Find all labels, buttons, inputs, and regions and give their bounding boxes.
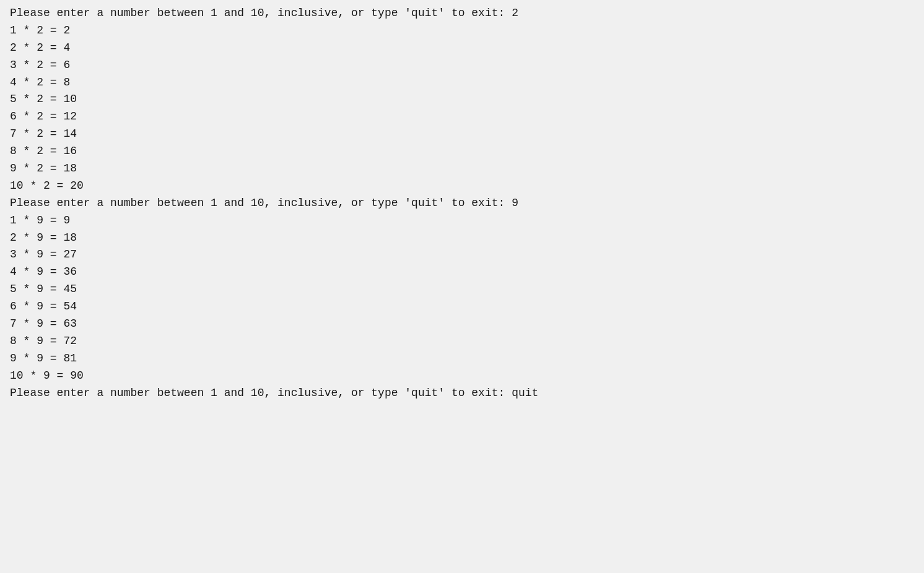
terminal-line: 2 * 2 = 4 (10, 40, 914, 57)
terminal-line: 9 * 2 = 18 (10, 160, 914, 178)
terminal-line: 5 * 2 = 10 (10, 91, 914, 108)
terminal-line: Please enter a number between 1 and 10, … (10, 5, 914, 22)
terminal-line: 6 * 9 = 54 (10, 298, 914, 316)
terminal-line: 4 * 9 = 36 (10, 264, 914, 281)
terminal-line: 5 * 9 = 45 (10, 281, 914, 298)
terminal-line: Please enter a number between 1 and 10, … (10, 195, 914, 212)
terminal-line: 2 * 9 = 18 (10, 230, 914, 247)
terminal-line: 3 * 2 = 6 (10, 57, 914, 74)
terminal-line: 10 * 2 = 20 (10, 178, 914, 195)
terminal-line: 1 * 9 = 9 (10, 212, 914, 230)
terminal-line: Please enter a number between 1 and 10, … (10, 385, 914, 402)
terminal-line: 9 * 9 = 81 (10, 350, 914, 368)
terminal-line: 8 * 2 = 16 (10, 143, 914, 160)
terminal-line: 7 * 2 = 14 (10, 126, 914, 143)
terminal-line: 4 * 2 = 8 (10, 74, 914, 92)
terminal-line: 8 * 9 = 72 (10, 333, 914, 350)
terminal-line: 7 * 9 = 63 (10, 316, 914, 333)
terminal-line: 3 * 9 = 27 (10, 246, 914, 264)
terminal-output: Please enter a number between 1 and 10, … (10, 5, 914, 402)
terminal-line: 6 * 2 = 12 (10, 108, 914, 126)
terminal-line: 1 * 2 = 2 (10, 22, 914, 40)
terminal-line: 10 * 9 = 90 (10, 368, 914, 385)
